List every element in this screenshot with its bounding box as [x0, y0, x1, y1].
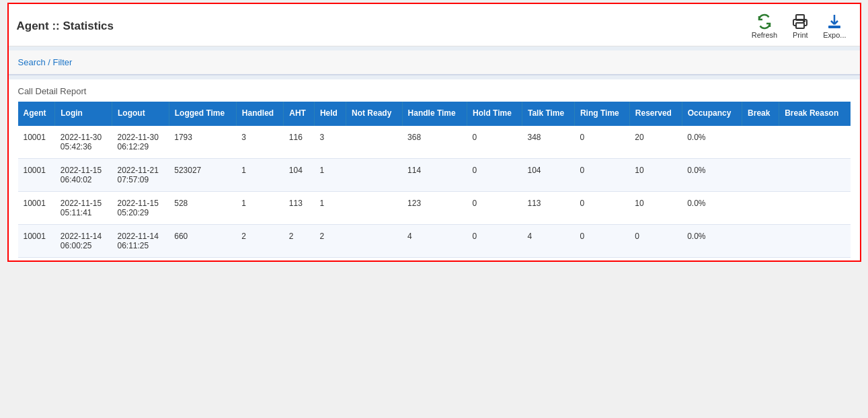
cell-handled: 2	[236, 224, 283, 257]
cell-break_val	[742, 224, 779, 257]
cell-break_val	[742, 191, 779, 224]
cell-occupancy: 0.0%	[682, 191, 742, 224]
cell-handled: 1	[236, 191, 283, 224]
table-header-row: Agent Login Logout Logged Time Handled A…	[18, 102, 851, 126]
cell-logout: 2022-11-3006:12:29	[112, 126, 169, 159]
col-break-reason: Break Reason	[779, 102, 851, 126]
cell-logout: 2022-11-2107:57:09	[112, 158, 169, 191]
report-title: Call Detail Report	[18, 86, 851, 96]
cell-occupancy: 0.0%	[682, 126, 742, 159]
cell-handle_time: 114	[402, 158, 467, 191]
col-hold-time: Hold Time	[467, 102, 522, 126]
cell-not_ready	[346, 191, 402, 224]
col-reserved: Reserved	[629, 102, 682, 126]
col-occupancy: Occupancy	[682, 102, 742, 126]
export-icon	[826, 13, 842, 30]
col-login: Login	[55, 102, 112, 126]
col-not-ready: Not Ready	[346, 102, 402, 126]
cell-reserved: 10	[629, 158, 682, 191]
cell-talk_time: 113	[522, 191, 574, 224]
header-bar: Agent :: Statistics Refresh	[9, 4, 860, 46]
cell-login: 2022-11-1505:11:41	[55, 191, 112, 224]
main-container: Agent :: Statistics Refresh	[7, 3, 861, 262]
cell-agent: 10001	[18, 224, 55, 257]
cell-logout: 2022-11-1406:11:25	[112, 224, 169, 257]
cell-aht: 116	[284, 126, 315, 159]
cell-ring_time: 0	[574, 191, 629, 224]
cell-logged_time: 1793	[169, 126, 236, 159]
col-ring-time: Ring Time	[574, 102, 629, 126]
cell-login: 2022-11-1506:40:02	[55, 158, 112, 191]
cell-occupancy: 0.0%	[682, 224, 742, 257]
search-filter-label[interactable]: Search / Filter	[18, 57, 73, 67]
print-button[interactable]: Print	[784, 11, 816, 42]
cell-aht: 2	[284, 224, 315, 257]
cell-not_ready	[346, 158, 402, 191]
svg-rect-3	[828, 26, 840, 28]
cell-reserved: 0	[629, 224, 682, 257]
cell-logged_time: 660	[169, 224, 236, 257]
cell-reserved: 20	[629, 126, 682, 159]
print-label: Print	[793, 31, 808, 39]
page-title: Agent :: Statistics	[17, 20, 114, 33]
col-aht: AHT	[284, 102, 315, 126]
cell-talk_time: 4	[522, 224, 574, 257]
refresh-label: Refresh	[752, 31, 778, 39]
export-button[interactable]: Expo...	[818, 11, 851, 42]
export-label: Expo...	[823, 31, 846, 39]
cell-held: 1	[314, 191, 346, 224]
cell-held: 1	[314, 158, 346, 191]
svg-rect-1	[796, 23, 804, 28]
col-handled: Handled	[236, 102, 283, 126]
cell-handled: 3	[236, 126, 283, 159]
cell-login: 2022-11-1406:00:25	[55, 224, 112, 257]
col-logout: Logout	[112, 102, 169, 126]
report-section: Call Detail Report Agent Login Logout Lo…	[9, 79, 860, 260]
toolbar: Refresh Print Expo...	[746, 11, 852, 42]
table-row: 100012022-11-1406:00:252022-11-1406:11:2…	[18, 224, 851, 257]
cell-occupancy: 0.0%	[682, 158, 742, 191]
agent-stats-table: Agent Login Logout Logged Time Handled A…	[18, 102, 851, 258]
table-row: 100012022-11-1505:11:412022-11-1505:20:2…	[18, 191, 851, 224]
col-logged-time: Logged Time	[169, 102, 236, 126]
cell-agent: 10001	[18, 191, 55, 224]
cell-break_reason	[779, 126, 851, 159]
cell-handle_time: 123	[402, 191, 467, 224]
svg-point-2	[803, 21, 805, 22]
cell-talk_time: 348	[522, 126, 574, 159]
col-held: Held	[314, 102, 346, 126]
col-handle-time: Handle Time	[402, 102, 467, 126]
cell-ring_time: 0	[574, 126, 629, 159]
cell-agent: 10001	[18, 158, 55, 191]
cell-handled: 1	[236, 158, 283, 191]
cell-hold_time: 0	[467, 191, 522, 224]
cell-talk_time: 104	[522, 158, 574, 191]
cell-handle_time: 368	[402, 126, 467, 159]
cell-ring_time: 0	[574, 224, 629, 257]
cell-break_val	[742, 126, 779, 159]
cell-not_ready	[346, 126, 402, 159]
refresh-icon	[756, 13, 773, 30]
cell-handle_time: 4	[402, 224, 467, 257]
cell-ring_time: 0	[574, 158, 629, 191]
cell-logout: 2022-11-1505:20:29	[112, 191, 169, 224]
cell-break_reason	[779, 224, 851, 257]
search-filter-section: Search / Filter	[9, 50, 860, 75]
cell-hold_time: 0	[467, 224, 522, 257]
cell-aht: 113	[284, 191, 315, 224]
cell-break_reason	[779, 158, 851, 191]
cell-aht: 104	[284, 158, 315, 191]
cell-break_val	[742, 158, 779, 191]
table-row: 100012022-11-3005:42:362022-11-3006:12:2…	[18, 126, 851, 159]
refresh-button[interactable]: Refresh	[746, 11, 783, 42]
cell-login: 2022-11-3005:42:36	[55, 126, 112, 159]
col-break: Break	[742, 102, 779, 126]
col-talk-time: Talk Time	[522, 102, 574, 126]
cell-not_ready	[346, 224, 402, 257]
cell-reserved: 10	[629, 191, 682, 224]
cell-logged_time: 528	[169, 191, 236, 224]
col-agent: Agent	[18, 102, 55, 126]
print-icon	[792, 13, 808, 30]
cell-hold_time: 0	[467, 158, 522, 191]
cell-held: 2	[314, 224, 346, 257]
